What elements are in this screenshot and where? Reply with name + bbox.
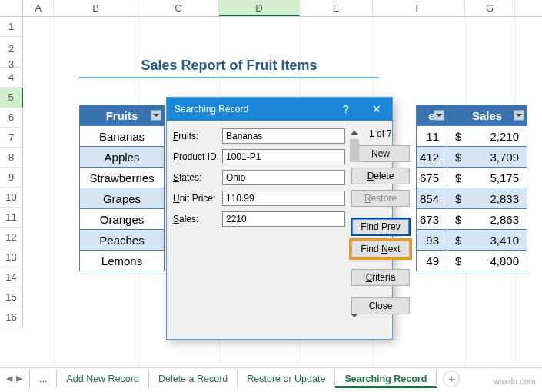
- cell-sales[interactable]: 5,175: [463, 168, 527, 188]
- filter-icon[interactable]: [434, 110, 444, 121]
- cell-e[interactable]: 93: [417, 230, 447, 251]
- currency-symbol: $: [447, 188, 463, 209]
- help-icon[interactable]: ?: [331, 98, 361, 121]
- col-F[interactable]: F: [373, 0, 465, 16]
- row-4[interactable]: 4: [0, 68, 23, 88]
- input-fruits[interactable]: [222, 128, 345, 144]
- col-E[interactable]: E: [300, 0, 373, 16]
- filter-icon[interactable]: [514, 110, 524, 121]
- cell-fruit[interactable]: Lemons: [80, 251, 165, 271]
- input-unitprice[interactable]: [222, 191, 345, 206]
- cell-sales[interactable]: 3,410: [463, 230, 527, 251]
- watermark: wsxdn.com: [494, 377, 536, 386]
- currency-symbol: $: [447, 168, 463, 188]
- data-table: Fruits Bananas Apples Strawberries Grape…: [79, 105, 165, 271]
- cell-fruit[interactable]: Bananas: [80, 126, 165, 147]
- row-14[interactable]: 14: [0, 267, 23, 287]
- filter-icon[interactable]: [151, 110, 161, 121]
- close-button[interactable]: Close: [351, 297, 410, 314]
- column-headers: A B C D E F G: [0, 0, 542, 17]
- row-11[interactable]: 11: [0, 208, 23, 228]
- find-prev-button[interactable]: Find Prev: [351, 218, 410, 235]
- row-1[interactable]: 1: [0, 17, 23, 37]
- cell-fruit[interactable]: Apples: [80, 147, 165, 168]
- input-states[interactable]: [222, 170, 345, 185]
- label-sales: Sales:: [173, 214, 222, 224]
- col-B[interactable]: B: [54, 0, 138, 16]
- cell-fruit[interactable]: Strawberries: [80, 168, 165, 188]
- cell-sales[interactable]: 3,709: [463, 147, 527, 168]
- header-fruits[interactable]: Fruits: [80, 105, 165, 126]
- tab-nav-icon[interactable]: ◀ ▶: [0, 374, 29, 384]
- row-16[interactable]: 16: [0, 307, 23, 327]
- col-D[interactable]: D: [219, 0, 300, 16]
- currency-symbol: $: [447, 126, 463, 147]
- col-A[interactable]: A: [23, 0, 54, 16]
- record-counter: 1 of 7: [369, 128, 392, 139]
- criteria-button[interactable]: Criteria: [351, 269, 410, 286]
- col-G[interactable]: G: [465, 0, 515, 16]
- cell-e[interactable]: 412: [417, 147, 447, 168]
- header-sales[interactable]: Sales: [447, 105, 527, 126]
- row-15[interactable]: 15: [0, 287, 23, 307]
- report-title: Sales Report of Fruit Items: [79, 58, 379, 78]
- row-6[interactable]: 6: [0, 108, 23, 128]
- currency-symbol: $: [447, 209, 463, 230]
- label-fruits: Fruits:: [173, 131, 222, 141]
- cell-sales[interactable]: 2,833: [463, 188, 527, 209]
- tab-delete-record[interactable]: Delete a Record: [149, 370, 238, 388]
- row-9[interactable]: 9: [0, 168, 23, 188]
- input-sales[interactable]: [222, 211, 345, 227]
- cell-e[interactable]: 673: [417, 209, 447, 230]
- cell-fruit[interactable]: Grapes: [80, 188, 165, 209]
- cell-e[interactable]: 675: [417, 168, 447, 188]
- cell-sales[interactable]: 4,800: [463, 251, 527, 271]
- cell-e[interactable]: 11: [417, 126, 447, 147]
- label-unitprice: Unit Price:: [173, 193, 222, 204]
- tab-searching-record[interactable]: Searching Record: [335, 370, 437, 388]
- restore-button[interactable]: Restore: [351, 190, 410, 207]
- dialog-titlebar[interactable]: Searching Record ? ✕: [167, 98, 392, 121]
- cell-e[interactable]: 49: [417, 251, 447, 271]
- cell-fruit[interactable]: Oranges: [80, 209, 165, 230]
- input-productid[interactable]: [222, 149, 345, 164]
- tab-overflow[interactable]: ...: [29, 370, 57, 388]
- label-productid: Product ID:: [173, 151, 222, 162]
- data-table-right: e Sales 11$2,210 412$3,709 675$5,175 854…: [416, 105, 527, 271]
- currency-symbol: $: [447, 251, 463, 271]
- row-12[interactable]: 12: [0, 228, 23, 247]
- header-sales-label: Sales: [472, 109, 502, 122]
- col-C[interactable]: C: [138, 0, 219, 16]
- header-partial-e[interactable]: e: [417, 105, 447, 126]
- cell-sales[interactable]: 2,863: [463, 209, 527, 230]
- header-fruits-label: Fruits: [106, 109, 138, 122]
- delete-button[interactable]: Delete: [351, 168, 410, 184]
- scrollbar-thumb[interactable]: [350, 139, 359, 162]
- row-10[interactable]: 10: [0, 188, 23, 208]
- label-states: States:: [173, 172, 222, 183]
- tab-add-new-record[interactable]: Add New Record: [57, 370, 149, 388]
- dialog-fields: Fruits: Product ID: States: Unit Price: …: [173, 128, 345, 320]
- cell-e[interactable]: 854: [417, 188, 447, 209]
- currency-symbol: $: [447, 147, 463, 168]
- find-next-button[interactable]: Find Next: [351, 241, 410, 257]
- row-5[interactable]: 5: [0, 88, 23, 108]
- select-all-corner[interactable]: [0, 0, 23, 16]
- new-button[interactable]: New: [351, 145, 410, 162]
- dialog-title-text: Searching Record: [175, 104, 248, 115]
- row-7[interactable]: 7: [0, 128, 23, 148]
- row-8[interactable]: 8: [0, 148, 23, 168]
- searching-record-dialog: Searching Record ? ✕ Fruits: Product ID:…: [166, 97, 393, 340]
- row-3[interactable]: 3: [0, 61, 23, 68]
- cell-fruit[interactable]: Peaches: [80, 230, 165, 251]
- tab-restore-update[interactable]: Restore or Update: [238, 370, 335, 388]
- row-headers: 1 2 3 4 5 6 7 8 9 10 11 12 13 14 15 16: [0, 17, 23, 327]
- new-sheet-icon[interactable]: +: [443, 370, 460, 387]
- cell-sales[interactable]: 2,210: [463, 126, 527, 147]
- sheet-tabs: ◀ ▶ ... Add New Record Delete a Record R…: [0, 367, 542, 389]
- currency-symbol: $: [447, 230, 463, 251]
- close-icon[interactable]: ✕: [361, 98, 392, 121]
- row-13[interactable]: 13: [0, 247, 23, 267]
